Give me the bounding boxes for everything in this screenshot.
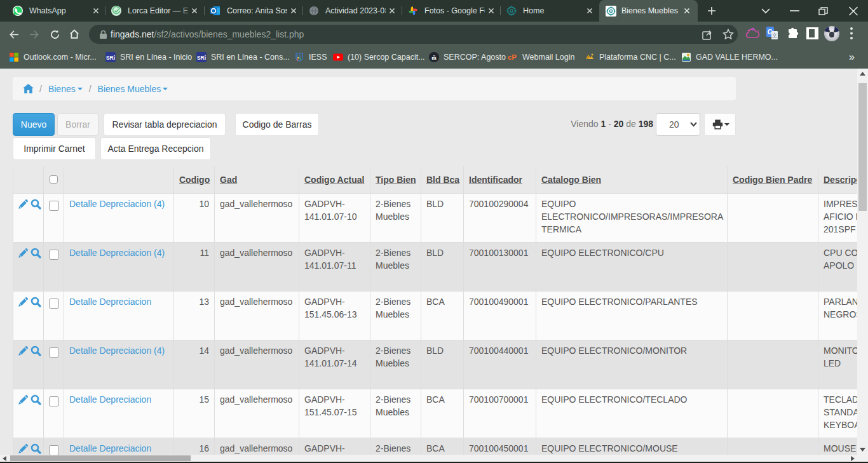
- svg-text:文: 文: [772, 32, 778, 39]
- svg-text:m̃: m̃: [431, 55, 437, 61]
- svg-text:cP: cP: [508, 53, 517, 61]
- svg-text:SRi: SRi: [197, 55, 206, 61]
- svg-text:SRi: SRi: [106, 55, 115, 61]
